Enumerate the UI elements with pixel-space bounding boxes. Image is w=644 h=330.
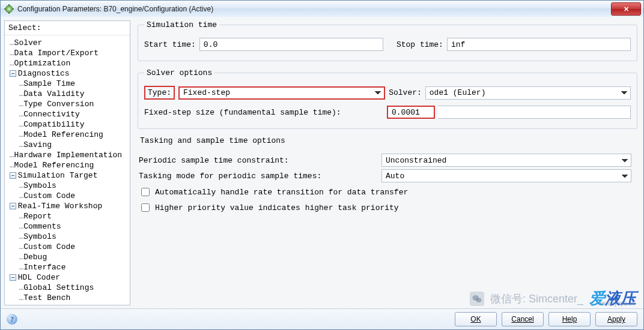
- svg-rect-5: [12, 8, 14, 10]
- solver-label: Solver:: [389, 88, 422, 97]
- collapse-icon[interactable]: [10, 172, 16, 179]
- close-icon: ✕: [624, 5, 629, 13]
- tree-node[interactable]: Simulation Target: [5, 170, 130, 181]
- stop-time-label: Stop time:: [396, 40, 443, 49]
- tree-node[interactable]: …Custom Code: [5, 191, 130, 201]
- tree-node[interactable]: …Data Validity: [5, 89, 130, 99]
- tree-node[interactable]: …Debug: [5, 252, 130, 262]
- tree-node[interactable]: …Custom Code: [5, 242, 130, 252]
- svg-rect-2: [8, 4, 10, 6]
- collapse-icon[interactable]: [10, 70, 16, 77]
- tree-node[interactable]: HDL Coder: [5, 272, 130, 283]
- tree-node-label: Global Settings: [23, 283, 94, 293]
- solver-type-select[interactable]: Fixed-step: [178, 86, 385, 100]
- collapse-icon[interactable]: [10, 203, 16, 209]
- app-icon: [4, 4, 14, 14]
- collapse-icon[interactable]: [10, 274, 16, 281]
- cancel-button[interactable]: Cancel: [502, 312, 544, 326]
- tree-node-label: Model Referencing: [14, 160, 94, 170]
- tree-node[interactable]: …Optimization: [5, 58, 130, 68]
- start-time-input[interactable]: [199, 38, 383, 51]
- close-button[interactable]: ✕: [611, 2, 641, 16]
- tree-node[interactable]: …Compatibility: [5, 119, 130, 130]
- tasking-options-group: Tasking and sample time options Periodic…: [138, 136, 637, 224]
- tasking-mode-select[interactable]: Auto: [381, 169, 631, 182]
- tree-node-label: Data Import/Export: [14, 48, 99, 58]
- tree-node[interactable]: …Solver: [5, 38, 130, 48]
- tree-node[interactable]: …Symbols: [5, 181, 130, 191]
- higher-priority-checkbox[interactable]: [141, 203, 150, 212]
- tree-node-label: Symbols: [23, 181, 56, 191]
- tree-node-label: Comments: [23, 221, 61, 232]
- tree-node-label: Real-Time Workshop: [18, 201, 102, 211]
- svg-point-1: [8, 8, 11, 11]
- tree-node[interactable]: …Symbols: [5, 232, 130, 242]
- tree-node-label: Saving: [23, 140, 52, 150]
- tree-node[interactable]: …Global Settings: [5, 283, 130, 293]
- tree-node[interactable]: …Type Conversion: [5, 99, 130, 109]
- tree-node[interactable]: …Connectivity: [5, 109, 130, 119]
- tree-node-label: Custom Code: [23, 191, 75, 201]
- tree-node[interactable]: Diagnostics: [5, 68, 130, 79]
- solver-options-group: Solver options Type: Fixed-step Solver: …: [138, 68, 637, 129]
- tree-node-label: Test Bench: [23, 293, 70, 303]
- window-title: Configuration Parameters: B70_engine/Con…: [17, 5, 611, 13]
- tasking-options-legend: Tasking and sample time options: [138, 136, 288, 145]
- simulation-time-group: Simulation time Start time: Stop time:: [138, 20, 637, 61]
- tree-node-label: Interface: [23, 262, 65, 272]
- tree-node[interactable]: …Interface: [5, 262, 130, 272]
- tree-node[interactable]: …Report: [5, 211, 130, 221]
- tree-header: Select:: [5, 21, 130, 35]
- help-button[interactable]: Help: [548, 312, 591, 326]
- tree-node[interactable]: …Saving: [5, 140, 130, 150]
- fixed-step-size-input[interactable]: [387, 106, 435, 119]
- tree-node[interactable]: …Comments: [5, 221, 130, 232]
- tree-node-label: Debug: [23, 252, 47, 262]
- ok-button[interactable]: OK: [455, 312, 497, 326]
- svg-rect-4: [4, 8, 6, 10]
- tree-node-label: Sample Time: [23, 79, 75, 89]
- tree-node[interactable]: …Sample Time: [5, 79, 130, 89]
- tree-node-label: Optimization: [14, 58, 71, 68]
- auto-rate-transition-checkbox[interactable]: [141, 188, 150, 196]
- tree-node[interactable]: …Model Referencing: [5, 130, 130, 140]
- tree-node-label: Type Conversion: [23, 99, 94, 109]
- tree-node-label: Model Referencing: [23, 130, 103, 140]
- watermark-url: www.iyeya.cn: [598, 300, 635, 307]
- solver-type-label: Type:: [144, 86, 175, 100]
- periodic-constraint-label: Periodic sample time constraint:: [139, 156, 378, 165]
- fixed-step-size-input-ext[interactable]: [438, 106, 631, 119]
- tree-node[interactable]: …Model Referencing: [5, 160, 130, 170]
- tree-node-label: Report: [23, 211, 52, 221]
- tree-node[interactable]: …Hardware Implementation: [5, 150, 130, 160]
- category-tree[interactable]: …Solver …Data Import/Export …Optimizatio…: [5, 35, 130, 305]
- titlebar: Configuration Parameters: B70_engine/Con…: [1, 0, 643, 18]
- tree-node-label: EDA Tool Scripts: [23, 303, 99, 305]
- tree-node-label: Symbols: [23, 232, 56, 242]
- tree-node-label: Solver: [14, 38, 43, 48]
- periodic-constraint-select[interactable]: Unconstrained: [381, 154, 631, 167]
- start-time-label: Start time:: [144, 40, 196, 49]
- fixed-step-size-label: Fixed-step size (fundamental sample time…: [144, 108, 383, 117]
- tree-node[interactable]: …Test Bench: [5, 293, 130, 303]
- settings-content: Simulation time Start time: Stop time: S…: [134, 17, 643, 309]
- tree-node-label: Custom Code: [23, 242, 75, 252]
- tree-node-label: Hardware Implementation: [14, 150, 122, 160]
- tree-node-label: HDL Coder: [18, 272, 60, 283]
- footer-buttons: OK Cancel Help Apply: [455, 312, 637, 326]
- tree-node-label: Data Validity: [23, 89, 84, 99]
- solver-options-legend: Solver options: [144, 68, 214, 77]
- tree-node-label: Compatibility: [23, 119, 84, 130]
- tree-node[interactable]: Real-Time Workshop: [5, 201, 130, 211]
- tree-node-label: Connectivity: [23, 109, 80, 119]
- simulation-time-legend: Simulation time: [144, 20, 219, 29]
- tree-node[interactable]: …Data Import/Export: [5, 48, 130, 58]
- stop-time-input[interactable]: [447, 38, 631, 51]
- tasking-mode-label: Tasking mode for periodic sample times:: [139, 172, 378, 181]
- help-icon[interactable]: ?: [7, 314, 17, 325]
- tree-node-label: Diagnostics: [18, 68, 70, 79]
- tree-node[interactable]: …EDA Tool Scripts: [5, 303, 130, 305]
- category-tree-panel: Select: …Solver …Data Import/Export …Opt…: [4, 20, 130, 305]
- apply-button[interactable]: Apply: [595, 312, 637, 326]
- solver-select[interactable]: ode1 (Euler): [425, 86, 631, 100]
